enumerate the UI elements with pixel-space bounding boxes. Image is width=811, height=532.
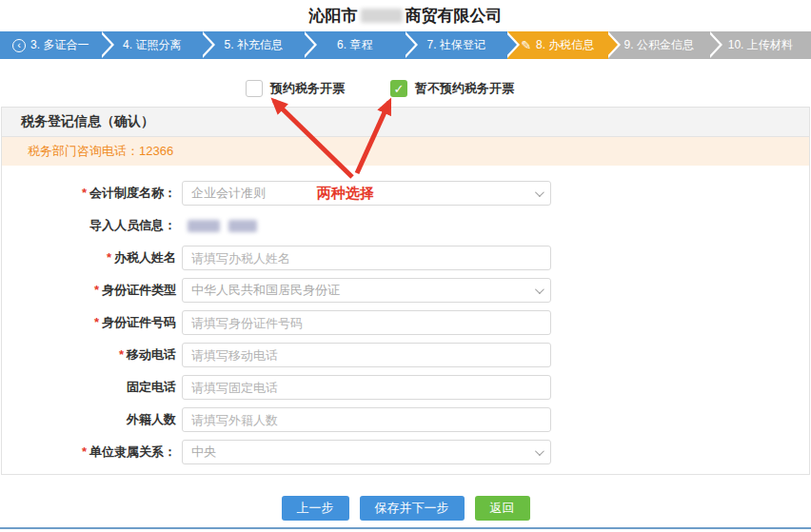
tax-registration-page: 沁阳市商贸有限公司 ‹3. 多证合一4. 证照分离5. 补充信息6. 章程7. …	[0, 0, 811, 532]
landline-phone-label: 固定电话	[2, 379, 179, 396]
select-value: 中央	[191, 443, 216, 461]
step-nav: ‹3. 多证合一4. 证照分离5. 补充信息6. 章程7. 社保登记✎8. 办税…	[0, 31, 811, 59]
unit-affiliation-select[interactable]: 中央	[182, 440, 551, 464]
landline-phone-row: 固定电话	[2, 371, 809, 404]
step-item-9[interactable]: 9. 公积金信息	[608, 31, 710, 59]
step-item-4[interactable]: 4. 证照分离	[102, 31, 204, 59]
required-asterisk: *	[94, 315, 99, 329]
step-label: 6. 章程	[337, 37, 372, 53]
step-item-7[interactable]: 7. 社保登记	[406, 31, 507, 59]
required-asterisk: *	[107, 250, 111, 265]
tax-handler-name-row: *办税人姓名	[2, 242, 809, 274]
notice-bar: 税务部门咨询电话：12366	[2, 137, 809, 166]
tax-handler-name-input[interactable]	[182, 246, 551, 270]
save-next-button[interactable]: 保存并下一步	[360, 496, 465, 521]
no-reserve-tax-invoice-checkbox[interactable]: ✓	[390, 80, 407, 97]
prev-step-button[interactable]: 上一步	[282, 496, 349, 521]
id-type-select[interactable]: 中华人民共和国居民身份证	[182, 278, 551, 303]
step-label: 3. 多证合一	[30, 37, 89, 53]
checkbox-label: 暂不预约税务开票	[415, 80, 514, 97]
unit-affiliation-label: *单位隶属关系：	[2, 443, 179, 461]
mobile-phone-row: *移动电话	[2, 339, 809, 371]
company-name-suffix: 商贸有限公司	[406, 5, 503, 27]
reserve-tax-invoice-option[interactable]: 预约税务开票	[246, 80, 345, 97]
section-header: 税务登记信息（确认）	[2, 108, 809, 137]
back-icon[interactable]: ‹	[12, 39, 26, 52]
step-label: 9. 公积金信息	[624, 37, 694, 53]
required-asterisk: *	[82, 444, 87, 459]
step-item-5[interactable]: 5. 补充信息	[203, 31, 305, 59]
accounting-system-select[interactable]: 企业会计准则	[182, 181, 551, 206]
select-value: 企业会计准则	[191, 185, 266, 202]
imported-personnel-row: 导入人员信息：	[2, 209, 809, 242]
reserve-tax-invoice-checkbox[interactable]	[246, 80, 263, 97]
step-label: 10. 上传材料	[728, 37, 793, 53]
foreign-count-label: 外籍人数	[2, 411, 179, 428]
mobile-phone-input[interactable]	[182, 343, 551, 367]
chevron-down-icon	[535, 187, 544, 197]
unit-affiliation-row: *单位隶属关系：中央	[2, 436, 809, 468]
foreign-count-row: 外籍人数	[2, 404, 809, 436]
step-label: 7. 社保登记	[427, 37, 485, 53]
tax-handler-name-label: *办税人姓名	[2, 249, 179, 266]
landline-phone-input[interactable]	[182, 375, 551, 400]
id-number-input[interactable]	[182, 310, 551, 335]
action-button-row: 上一步保存并下一步返回	[0, 496, 811, 521]
foreign-count-input[interactable]	[182, 407, 551, 432]
tax-info-panel: 税务登记信息（确认） 税务部门咨询电话：12366 *会计制度名称：企业会计准则…	[1, 107, 810, 475]
step-label: 8. 办税信息	[536, 37, 594, 53]
step-item-3[interactable]: ‹3. 多证合一	[0, 31, 102, 59]
mobile-phone-label: *移动电话	[2, 346, 179, 364]
accounting-system-label: *会计制度名称：	[2, 185, 179, 202]
id-type-row: *身份证件类型中华人民共和国居民身份证	[2, 274, 809, 306]
redacted-personnel-info	[182, 220, 257, 232]
step-label: 4. 证照分离	[123, 37, 181, 53]
accounting-system-row: *会计制度名称：企业会计准则	[2, 177, 809, 209]
select-value: 中华人民共和国居民身份证	[191, 282, 340, 299]
chevron-down-icon	[535, 285, 544, 294]
step-label: 5. 补充信息	[225, 37, 283, 53]
step-item-8[interactable]: ✎8. 办税信息	[507, 31, 609, 59]
required-asterisk: *	[94, 283, 99, 297]
invoice-option-row: 预约税务开票✓暂不预约税务开票	[0, 74, 811, 103]
notice-text: 税务部门咨询电话：12366	[28, 143, 173, 160]
page-title: 沁阳市商贸有限公司	[0, 0, 811, 31]
redacted-company-name	[361, 9, 403, 23]
required-asterisk: *	[119, 347, 124, 362]
chevron-down-icon	[535, 446, 544, 456]
no-reserve-tax-invoice-option[interactable]: ✓暂不预约税务开票	[390, 80, 514, 97]
id-number-row: *身份证件号码	[2, 306, 809, 339]
company-name-prefix: 沁阳市	[309, 5, 358, 27]
section-title: 税务登记信息（确认）	[21, 113, 154, 130]
imported-personnel-label: 导入人员信息：	[2, 217, 179, 234]
pencil-icon: ✎	[521, 38, 531, 52]
bottom-divider	[0, 527, 811, 529]
step-item-10[interactable]: 10. 上传材料	[710, 31, 811, 59]
return-button[interactable]: 返回	[475, 496, 530, 521]
id-number-label: *身份证件号码	[2, 314, 179, 331]
tax-form: *会计制度名称：企业会计准则导入人员信息：*办税人姓名*身份证件类型中华人民共和…	[2, 166, 809, 474]
required-asterisk: *	[82, 186, 87, 200]
id-type-label: *身份证件类型	[2, 282, 179, 299]
checkbox-label: 预约税务开票	[270, 80, 345, 97]
step-item-6[interactable]: 6. 章程	[305, 31, 406, 59]
